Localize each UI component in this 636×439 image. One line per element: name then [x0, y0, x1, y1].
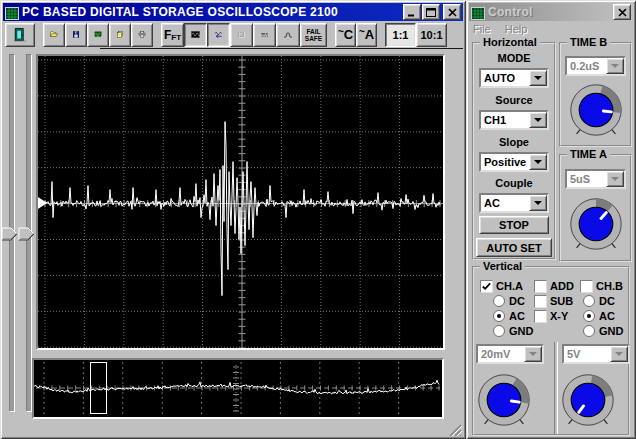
control-titlebar[interactable]: Control: [469, 3, 633, 21]
ch-a-gain-knob[interactable]: [476, 372, 532, 428]
notes-button[interactable]: [109, 23, 131, 47]
source-value: CH1: [484, 113, 506, 127]
ch-b-range-select[interactable]: 5V: [562, 344, 630, 364]
slope-label: Slope: [474, 136, 554, 149]
calibrate-c-label: C: [344, 27, 353, 42]
time-b-knob[interactable]: [568, 82, 624, 138]
persistence-dots-button[interactable]: [253, 23, 276, 47]
notes-icon: [116, 25, 124, 44]
open-file-button[interactable]: [43, 23, 65, 47]
waveform-display-button[interactable]: [184, 23, 207, 47]
oscilloscope-window: PC BASED DIGITAL STORAGE OSCILLOSCOPE 21…: [0, 0, 466, 439]
ch-a-checkbox[interactable]: [480, 280, 493, 293]
source-label: Source: [474, 94, 554, 107]
ch-a-gnd-radio[interactable]: [493, 325, 505, 337]
ch-a-range-value: 20mV: [481, 347, 510, 361]
probe-1-1-button[interactable]: 1:1: [385, 23, 416, 47]
app-icon: [5, 6, 19, 19]
ch-a-dc-radio[interactable]: [493, 295, 505, 307]
probe-1-1-label: 1:1: [393, 29, 409, 41]
time-a-knob[interactable]: [568, 196, 624, 252]
stop-label: STOP: [499, 219, 529, 231]
slope-dropdown-arrow-icon[interactable]: [529, 154, 547, 170]
probe-10-1-button[interactable]: 10:1: [416, 23, 447, 47]
ch-b-checkbox-label: CH.B: [596, 280, 623, 293]
ch-a-position-slider-thumb[interactable]: [1, 227, 19, 241]
ch-b-gnd-label: GND: [599, 325, 623, 338]
fft-label: F: [164, 28, 171, 42]
main-titlebar[interactable]: PC BASED DIGITAL STORAGE OSCILLOSCOPE 21…: [3, 3, 463, 21]
couple-label: Couple: [474, 177, 554, 190]
scope-waveform-display: [38, 56, 443, 348]
ch-b-dc-label: DC: [599, 295, 615, 308]
probe-10-1-label: 10:1: [420, 29, 442, 41]
ch-a-dc-label: DC: [509, 295, 525, 308]
add-checkbox[interactable]: [534, 280, 547, 293]
auto-set-button[interactable]: AUTO SET: [476, 238, 552, 257]
control-window: Control File Help Horizontal MODE AUTO S…: [466, 0, 636, 439]
source-dropdown-arrow-icon[interactable]: [529, 112, 547, 128]
ch-a-ac-radio[interactable]: [493, 310, 505, 322]
ch-b-dc-radio[interactable]: [583, 295, 595, 307]
ch-a-range-select[interactable]: 20mV: [476, 344, 544, 364]
xy-checkbox-label: X-Y: [550, 310, 568, 323]
calibrate-a-button[interactable]: ~A: [356, 23, 377, 47]
print-button[interactable]: [131, 23, 153, 47]
source-select[interactable]: CH1: [479, 110, 549, 130]
toolbar: FFT: [3, 21, 463, 48]
save-button[interactable]: [65, 23, 87, 47]
check-icon: [481, 281, 492, 292]
slope-select[interactable]: Positive: [479, 152, 549, 172]
mode-select[interactable]: AUTO: [479, 68, 549, 88]
fail-safe-label-2: SAFE: [305, 35, 322, 42]
menu-file[interactable]: File: [471, 22, 493, 37]
calibrate-a-label: A: [365, 27, 374, 42]
ch-b-gnd-radio[interactable]: [583, 325, 595, 337]
vertical-group: Vertical CH.A ADD CH.B DC SUB DC AC X-Y …: [472, 266, 630, 436]
time-b-select[interactable]: 0.2uS: [565, 56, 626, 76]
close-button[interactable]: [443, 4, 461, 20]
fail-safe-button[interactable]: FAIL SAFE: [300, 23, 327, 47]
square-wave-button[interactable]: [276, 23, 300, 47]
time-a-value: 5uS: [570, 172, 590, 186]
ch-b-position-slider-thumb[interactable]: [18, 227, 36, 241]
exit-button[interactable]: [5, 23, 35, 47]
stop-button[interactable]: STOP: [479, 216, 549, 234]
trigger-level-marker[interactable]: [38, 197, 47, 209]
zoom-window-selector[interactable]: [90, 362, 107, 414]
couple-dropdown-arrow-icon[interactable]: [529, 195, 547, 211]
printer-icon: [138, 25, 146, 44]
ch-b-checkbox[interactable]: [580, 280, 593, 293]
ch-b-ac-radio[interactable]: [583, 310, 595, 322]
minimize-button[interactable]: [403, 4, 421, 20]
sub-checkbox[interactable]: [534, 295, 547, 308]
horizontal-group-label: Horizontal: [480, 36, 540, 48]
display-capture-button[interactable]: [87, 23, 109, 47]
mode-label: MODE: [474, 52, 554, 65]
time-b-group-label: TIME B: [567, 36, 610, 48]
control-window-title: Control: [485, 5, 612, 19]
mode-value: AUTO: [484, 71, 515, 85]
xy-checkbox[interactable]: [534, 310, 547, 323]
mode-dropdown-arrow-icon[interactable]: [529, 70, 547, 86]
grid-button[interactable]: [230, 23, 253, 47]
time-a-select[interactable]: 5uS: [565, 169, 626, 189]
maximize-button[interactable]: [422, 4, 440, 20]
couple-select[interactable]: AC: [479, 193, 549, 213]
ch-a-ac-label: AC: [509, 310, 525, 323]
time-a-group: TIME A 5uS: [559, 154, 632, 262]
toolbar-divider: [100, 48, 463, 49]
menu-help[interactable]: Help: [503, 22, 530, 37]
ch-b-range-arrow-icon: [610, 346, 628, 362]
ch-a-checkbox-label: CH.A: [496, 280, 523, 293]
ch-b-gain-knob[interactable]: [560, 372, 616, 428]
waveform-recall-button[interactable]: [207, 23, 230, 47]
ch-b-ac-label: AC: [599, 310, 615, 323]
fft-button[interactable]: FFT: [161, 23, 184, 47]
calibrate-c-button[interactable]: ~C: [335, 23, 356, 47]
control-close-button[interactable]: [613, 4, 631, 20]
resize-grip[interactable]: [446, 422, 463, 437]
horizontal-group: Horizontal MODE AUTO Source CH1 Slope Po…: [472, 42, 556, 260]
open-folder-icon: [50, 25, 58, 44]
control-menubar: File Help: [471, 22, 632, 37]
